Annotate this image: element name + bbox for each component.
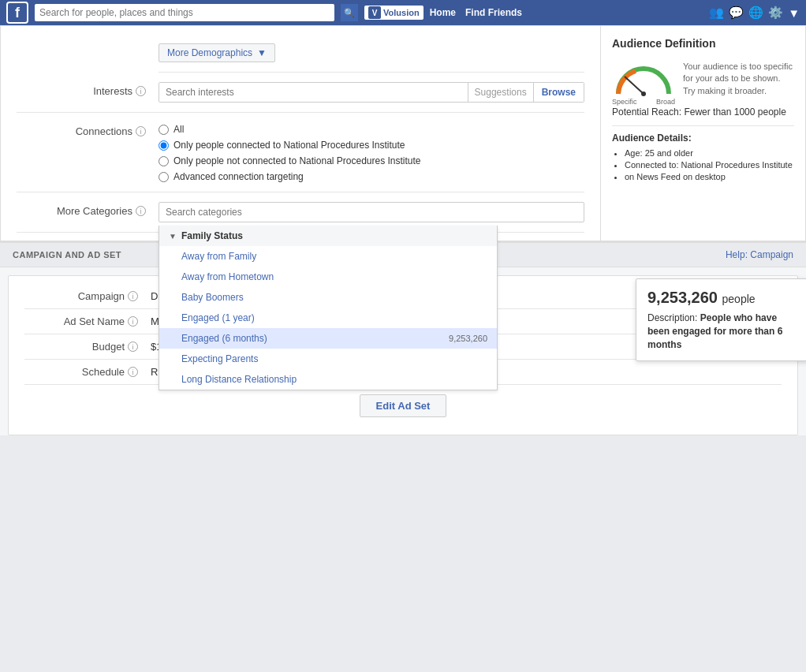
main-content: More Demographics ▼ Interests i Suggesti… bbox=[0, 25, 806, 241]
more-categories-row: More Categories i ▼ Family Status Away f… bbox=[17, 192, 584, 233]
more-categories-control-area: ▼ Family Status Away from Family Away fr… bbox=[159, 202, 584, 222]
settings-icon[interactable]: ⚙️ bbox=[768, 6, 783, 20]
left-panel: More Demographics ▼ Interests i Suggesti… bbox=[1, 26, 600, 241]
top-navigation: f 🔍 V Volusion Home Find Friends 👥 💬 🌐 ⚙… bbox=[0, 0, 806, 25]
audience-panel: Audience Definition Specific bbox=[600, 26, 805, 241]
connections-advanced-option[interactable]: Advanced connection targeting bbox=[159, 171, 584, 182]
dropdown-item-long-distance[interactable]: Long Distance Relationship bbox=[159, 369, 497, 390]
dropdown-item-expecting-parents[interactable]: Expecting Parents bbox=[159, 349, 497, 369]
volusion-icon: V bbox=[368, 6, 381, 19]
svg-point-1 bbox=[641, 91, 646, 96]
budget-info-icon[interactable]: i bbox=[128, 342, 138, 352]
connections-label-group: Connections i bbox=[17, 122, 159, 137]
connections-not-connected-radio[interactable] bbox=[159, 156, 169, 166]
campaign-ad-set-title: CAMPAIGN AND AD SET bbox=[13, 250, 121, 259]
audience-details-list: Age: 25 and older Connected to: National… bbox=[612, 148, 794, 181]
gauge-broad-label: Broad bbox=[656, 98, 675, 106]
search-input[interactable] bbox=[35, 4, 334, 21]
campaign-info-icon[interactable]: i bbox=[128, 291, 138, 301]
dropdown-item-away-hometown[interactable]: Away from Hometown bbox=[159, 267, 497, 287]
friends-icon[interactable]: 👥 bbox=[709, 6, 724, 20]
dropdown-item-engaged-1year[interactable]: Engaged (1 year) bbox=[159, 308, 497, 328]
interests-info-icon[interactable]: i bbox=[136, 86, 146, 96]
dropdown-section-title: Family Status bbox=[181, 230, 243, 241]
tooltip-description: Description: People who have been engage… bbox=[647, 312, 797, 351]
facebook-logo: f bbox=[6, 2, 28, 24]
tooltip-count: 9,253,260 people bbox=[647, 289, 797, 307]
dropdown-section-header: ▼ Family Status bbox=[159, 226, 497, 246]
browse-button[interactable]: Browse bbox=[533, 83, 584, 102]
connections-options: All Only people connected to National Pr… bbox=[159, 122, 584, 182]
connections-all-radio[interactable] bbox=[159, 125, 169, 135]
edit-ad-set-button[interactable]: Edit Ad Set bbox=[360, 394, 447, 417]
more-demographics-label: More Demographics bbox=[167, 47, 252, 58]
connections-not-connected-option[interactable]: Only people not connected to National Pr… bbox=[159, 155, 584, 166]
messages-icon[interactable]: 💬 bbox=[729, 6, 744, 20]
gauge-container: Specific Broad bbox=[612, 59, 675, 99]
search-button[interactable]: 🔍 bbox=[341, 4, 358, 21]
campaign-label-budget: Budget i bbox=[24, 341, 151, 353]
audience-details-title: Audience Details: bbox=[612, 133, 794, 144]
dropdown-item-away-family[interactable]: Away from Family bbox=[159, 246, 497, 267]
audience-title: Audience Definition bbox=[612, 37, 794, 50]
nav-links: Home Find Friends bbox=[430, 7, 522, 18]
suggestions-button[interactable]: Suggestions bbox=[468, 83, 533, 102]
campaign-label-campaign: Campaign i bbox=[24, 290, 151, 302]
more-categories-info-icon[interactable]: i bbox=[136, 206, 146, 216]
dropdown-icon[interactable]: ▼ bbox=[788, 6, 800, 20]
volusion-label: Volusion bbox=[383, 8, 420, 17]
dropdown-item-baby-boomers[interactable]: Baby Boomers bbox=[159, 287, 497, 308]
potential-reach: Potential Reach: Fewer than 1000 people bbox=[612, 106, 794, 118]
nav-icons-group: 👥 💬 🌐 ⚙️ ▼ bbox=[709, 6, 800, 20]
volusion-badge: V Volusion bbox=[364, 6, 424, 20]
gauge-svg bbox=[612, 59, 675, 99]
more-demographics-dropdown-icon: ▼ bbox=[257, 47, 267, 58]
help-campaign-link[interactable]: Help: Campaign bbox=[726, 249, 793, 260]
adsetname-info-icon[interactable]: i bbox=[128, 316, 138, 327]
connections-row: Connections i All Only people connected … bbox=[17, 113, 584, 192]
connections-connected-option[interactable]: Only people connected to National Proced… bbox=[159, 140, 584, 151]
audience-message: Your audience is too specific for your a… bbox=[683, 61, 794, 97]
edit-ad-set-row: Edit Ad Set bbox=[24, 385, 782, 427]
connections-all-option[interactable]: All bbox=[159, 124, 584, 135]
search-interests-input[interactable] bbox=[159, 83, 468, 102]
dropdown-item-engaged-6months-count: 9,253,260 bbox=[449, 334, 487, 343]
connections-info-icon[interactable]: i bbox=[136, 126, 146, 136]
more-categories-label: More Categories bbox=[57, 205, 132, 217]
audience-detail-connected: Connected to: National Procedures Instit… bbox=[625, 160, 794, 170]
search-categories-input[interactable] bbox=[159, 202, 584, 222]
globe-icon[interactable]: 🌐 bbox=[748, 6, 763, 20]
dropdown-section-arrow: ▼ bbox=[169, 232, 177, 241]
tooltip-popup: 9,253,260 people Description: People who… bbox=[636, 278, 806, 361]
gauge-area: Specific Broad Your audience is too spec… bbox=[612, 59, 794, 99]
gauge-specific-label: Specific bbox=[612, 98, 637, 106]
connections-advanced-radio[interactable] bbox=[159, 172, 169, 182]
tooltip-count-suffix: people bbox=[722, 293, 756, 305]
svg-line-0 bbox=[625, 77, 644, 94]
more-demographics-row: More Demographics ▼ bbox=[159, 34, 584, 73]
interests-input-container: Suggestions Browse bbox=[159, 82, 584, 103]
audience-detail-age: Age: 25 and older bbox=[625, 148, 794, 158]
connections-connected-radio[interactable] bbox=[159, 140, 169, 151]
connections-label: Connections bbox=[76, 125, 132, 137]
interests-label: Interests bbox=[93, 85, 132, 97]
nav-home[interactable]: Home bbox=[430, 7, 456, 18]
categories-dropdown: ▼ Family Status Away from Family Away fr… bbox=[159, 226, 498, 390]
nav-find-friends[interactable]: Find Friends bbox=[465, 7, 522, 18]
dropdown-item-engaged-6months[interactable]: Engaged (6 months) 9,253,260 bbox=[159, 328, 497, 349]
page-wrapper: More Demographics ▼ Interests i Suggesti… bbox=[1, 26, 805, 241]
interests-control-area: Suggestions Browse bbox=[159, 82, 584, 103]
campaign-label-schedule: Schedule i bbox=[24, 366, 151, 378]
more-demographics-button[interactable]: More Demographics ▼ bbox=[159, 43, 275, 62]
campaign-label-adsetname: Ad Set Name i bbox=[24, 315, 151, 327]
audience-detail-platform: on News Feed on desktop bbox=[625, 172, 794, 181]
interests-row: Interests i Suggestions Browse bbox=[17, 73, 584, 113]
more-categories-label-group: More Categories i bbox=[17, 202, 159, 217]
interests-label-group: Interests i bbox=[17, 82, 159, 97]
schedule-info-icon[interactable]: i bbox=[128, 367, 138, 377]
